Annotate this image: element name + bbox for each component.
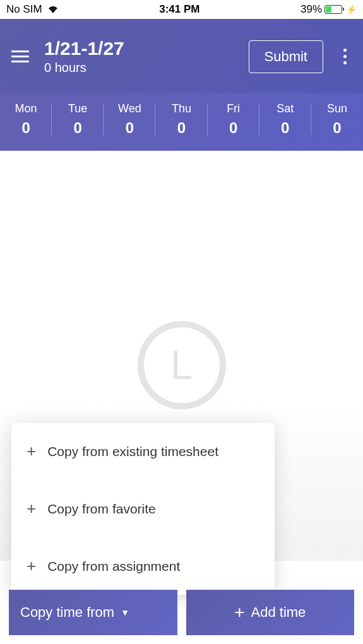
app-header: 1/21-1/27 0 hours Submit <box>0 19 363 93</box>
day-fri[interactable]: Fri 0 <box>208 102 259 137</box>
plus-icon: + <box>27 499 36 518</box>
sim-status: No SIM <box>6 3 42 16</box>
day-value: 0 <box>155 119 207 137</box>
battery-icon <box>324 5 342 14</box>
day-sat[interactable]: Sat 0 <box>259 102 311 137</box>
submit-button[interactable]: Submit <box>249 40 323 73</box>
empty-state-clock-icon: L <box>138 321 226 409</box>
total-hours: 0 hours <box>44 61 234 75</box>
charging-icon: ⚡ <box>346 4 357 15</box>
header-title-wrap: 1/21-1/27 0 hours <box>44 38 234 75</box>
status-right: 39% ⚡ <box>301 3 357 16</box>
day-value: 0 <box>208 119 259 137</box>
menu-button[interactable] <box>11 50 29 62</box>
day-mon[interactable]: Mon 0 <box>0 102 52 137</box>
status-time: 3:41 PM <box>159 3 199 16</box>
copy-time-label: Copy time from <box>20 604 114 621</box>
day-name: Mon <box>0 102 52 115</box>
day-name: Sun <box>311 102 363 115</box>
popup-item-label: Copy from favorite <box>47 501 156 517</box>
add-time-label: Add time <box>251 604 306 621</box>
day-value: 0 <box>52 119 104 137</box>
day-thu[interactable]: Thu 0 <box>155 102 207 137</box>
status-bar: No SIM 3:41 PM 39% ⚡ <box>0 0 363 19</box>
status-left: No SIM <box>6 3 59 16</box>
day-name: Tue <box>52 102 104 115</box>
popup-item-label: Copy from assignment <box>47 559 180 574</box>
day-wed[interactable]: Wed 0 <box>104 102 155 137</box>
add-time-button[interactable]: + Add time <box>186 590 355 635</box>
battery-percentage: 39% <box>301 3 322 16</box>
day-name: Fri <box>208 102 259 115</box>
plus-icon: + <box>234 602 244 623</box>
day-value: 0 <box>104 119 155 137</box>
days-bar: Mon 0 Tue 0 Wed 0 Thu 0 Fri 0 Sat 0 Sun … <box>0 93 363 151</box>
copy-from-assignment[interactable]: + Copy from assignment <box>11 537 275 595</box>
day-name: Wed <box>104 102 155 115</box>
empty-icon-letter: L <box>170 342 193 389</box>
popup-item-label: Copy from existing timesheet <box>47 444 218 459</box>
copy-time-popup: + Copy from existing timesheet + Copy fr… <box>11 423 275 595</box>
plus-icon: + <box>27 556 36 576</box>
more-button[interactable] <box>338 44 352 69</box>
date-range-title: 1/21-1/27 <box>44 38 234 59</box>
plus-icon: + <box>27 442 36 461</box>
day-name: Thu <box>155 102 207 115</box>
copy-from-existing[interactable]: + Copy from existing timesheet <box>11 423 275 480</box>
day-name: Sat <box>259 102 311 115</box>
day-value: 0 <box>311 119 363 137</box>
day-tue[interactable]: Tue 0 <box>52 102 104 137</box>
bottom-bar: Copy time from ▼ + Add time <box>0 590 363 644</box>
day-value: 0 <box>259 119 311 137</box>
chevron-down-icon: ▼ <box>121 607 129 618</box>
copy-time-from-button[interactable]: Copy time from ▼ <box>9 590 177 635</box>
wifi-icon <box>47 5 59 14</box>
day-sun[interactable]: Sun 0 <box>311 102 363 137</box>
day-value: 0 <box>0 119 52 137</box>
copy-from-favorite[interactable]: + Copy from favorite <box>11 480 275 537</box>
